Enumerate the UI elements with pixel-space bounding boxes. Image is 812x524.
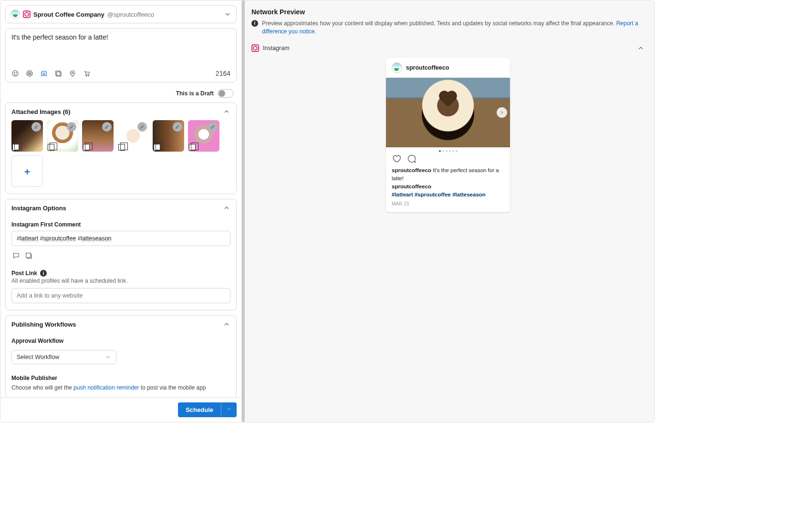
attached-thumb[interactable] bbox=[188, 120, 219, 152]
draft-toggle[interactable] bbox=[218, 89, 234, 98]
compose-textarea[interactable]: It's the perfect season for a latte! bbox=[6, 29, 236, 67]
preview-caption-user: sproutcoffeeco bbox=[392, 167, 431, 173]
approval-workflow-label: Approval Workflow bbox=[6, 333, 236, 347]
add-image-button[interactable]: ＋ bbox=[11, 155, 43, 187]
chevron-up-icon bbox=[223, 108, 230, 115]
chevron-up-icon bbox=[223, 320, 230, 328]
svg-rect-8 bbox=[57, 72, 61, 76]
multi-icon bbox=[154, 144, 160, 151]
carousel-next-button[interactable] bbox=[497, 107, 507, 118]
preview-comment-user: sproutcoffeeco bbox=[392, 183, 504, 191]
svg-point-9 bbox=[72, 72, 73, 73]
chevron-up-icon bbox=[223, 204, 230, 212]
gallery-icon[interactable] bbox=[54, 70, 62, 77]
edit-icon[interactable] bbox=[173, 122, 182, 132]
profile-selector-card: Sprout Coffee Company @sproutcoffeeco bbox=[5, 5, 237, 23]
svg-point-2 bbox=[16, 72, 16, 73]
dot bbox=[442, 150, 444, 152]
multi-icon bbox=[118, 144, 125, 151]
instagram-preview-card: sproutcoffeeco bbox=[386, 58, 510, 212]
attached-thumb[interactable] bbox=[153, 120, 184, 152]
edit-icon[interactable] bbox=[67, 122, 76, 132]
chevron-down-icon bbox=[104, 354, 111, 360]
svg-point-0 bbox=[12, 71, 18, 76]
attached-thumb[interactable] bbox=[117, 120, 149, 152]
preview-actions bbox=[386, 153, 510, 166]
camera-icon[interactable] bbox=[40, 70, 48, 77]
post-link-input[interactable] bbox=[11, 288, 230, 303]
asset-library-icon[interactable] bbox=[25, 252, 32, 259]
svg-point-6 bbox=[43, 73, 45, 75]
dot bbox=[456, 150, 458, 152]
svg-point-5 bbox=[29, 73, 30, 74]
first-comment-label: Instagram First Comment bbox=[6, 216, 236, 231]
location-pin-icon[interactable] bbox=[69, 70, 76, 77]
mobile-publisher-desc: Choose who will get the push notificatio… bbox=[6, 384, 236, 398]
post-link-input-wrap bbox=[11, 288, 230, 303]
edit-icon[interactable] bbox=[102, 122, 112, 132]
compose-toolbar: 2164 bbox=[6, 67, 236, 82]
schedule-button[interactable]: Schedule bbox=[178, 402, 221, 417]
preview-image[interactable] bbox=[386, 78, 510, 147]
instagram-badge-icon bbox=[251, 44, 259, 52]
dot bbox=[452, 150, 454, 152]
dot bbox=[446, 150, 448, 152]
attached-thumb[interactable] bbox=[47, 120, 78, 152]
preview-date: MAR 23 bbox=[392, 200, 504, 207]
comment-icon[interactable] bbox=[407, 154, 416, 164]
attached-thumb[interactable] bbox=[82, 120, 114, 152]
preview-panel: Network Preview i Preview approximates h… bbox=[241, 0, 654, 422]
schedule-button-group: Schedule bbox=[178, 402, 237, 417]
post-link-label: Post Link bbox=[11, 270, 37, 277]
preview-username: sproutcoffeeco bbox=[406, 64, 449, 71]
latte-heart-icon bbox=[440, 92, 455, 107]
dot-active bbox=[439, 150, 441, 152]
edit-icon[interactable] bbox=[208, 122, 218, 132]
schedule-more-button[interactable] bbox=[221, 402, 237, 417]
svg-point-11 bbox=[88, 75, 89, 76]
preview-info-text: Preview approximates how your content wi… bbox=[262, 20, 645, 36]
preview-info-body: Preview approximates how your content wi… bbox=[262, 20, 616, 27]
compose-text: It's the perfect season for a latte! bbox=[11, 33, 230, 62]
svg-rect-7 bbox=[56, 71, 60, 75]
compose-card: It's the perfect season for a latte! 216… bbox=[5, 28, 237, 82]
edit-icon[interactable] bbox=[31, 122, 41, 132]
multi-icon bbox=[83, 144, 90, 151]
preview-caption-row: sproutcoffeeco It's the perfect season f… bbox=[392, 166, 504, 183]
instagram-options-card: Instagram Options Instagram First Commen… bbox=[5, 199, 237, 310]
attached-thumb[interactable] bbox=[11, 120, 43, 152]
info-icon[interactable]: i bbox=[40, 270, 47, 277]
preview-network-label: Instagram bbox=[263, 45, 290, 51]
profile-selector[interactable]: Sprout Coffee Company @sproutcoffeeco bbox=[6, 6, 236, 23]
attached-images-card: Attached Images (6) ＋ bbox=[5, 103, 237, 194]
attached-images-header[interactable]: Attached Images (6) bbox=[6, 103, 236, 120]
draft-label: This is a Draft bbox=[176, 90, 214, 97]
profile-handle: @sproutcoffeeco bbox=[107, 11, 154, 18]
heart-icon[interactable] bbox=[392, 154, 401, 164]
mobile-publisher-label: Mobile Publisher bbox=[6, 370, 236, 384]
first-comment-input[interactable]: #latteart #sproutcoffee #latteseason bbox=[11, 231, 230, 246]
emoji-icon[interactable] bbox=[11, 70, 19, 77]
workflow-select-value: Select Workflow bbox=[17, 354, 59, 360]
workflows-header[interactable]: Publishing Workflows bbox=[6, 316, 236, 333]
workflow-select[interactable]: Select Workflow bbox=[11, 350, 116, 364]
mobile-desc-post: to post via the mobile app bbox=[139, 384, 206, 391]
instagram-badge-icon bbox=[23, 10, 31, 18]
workflows-card: Publishing Workflows Approval Workflow S… bbox=[5, 315, 237, 398]
multi-icon bbox=[12, 144, 19, 151]
cart-icon[interactable] bbox=[83, 70, 91, 77]
push-notification-link[interactable]: push notification reminder bbox=[73, 384, 139, 391]
preview-network-row[interactable]: Instagram bbox=[251, 42, 645, 58]
edit-icon[interactable] bbox=[137, 122, 147, 132]
first-comment-tools bbox=[6, 250, 236, 265]
workflows-title: Publishing Workflows bbox=[11, 321, 76, 328]
post-link-help: All enabled profiles will have a schedul… bbox=[6, 277, 236, 288]
char-count: 2164 bbox=[216, 70, 230, 77]
comment-icon[interactable] bbox=[12, 252, 20, 259]
attached-images-title: Attached Images (6) bbox=[11, 108, 71, 115]
instagram-options-header[interactable]: Instagram Options bbox=[6, 199, 236, 216]
dot bbox=[449, 150, 451, 152]
preview-card-header: sproutcoffeeco bbox=[386, 58, 510, 78]
target-icon[interactable] bbox=[26, 70, 33, 77]
preview-comment-row: sproutcoffeeco #latteart #sproutcoffee #… bbox=[392, 183, 504, 199]
